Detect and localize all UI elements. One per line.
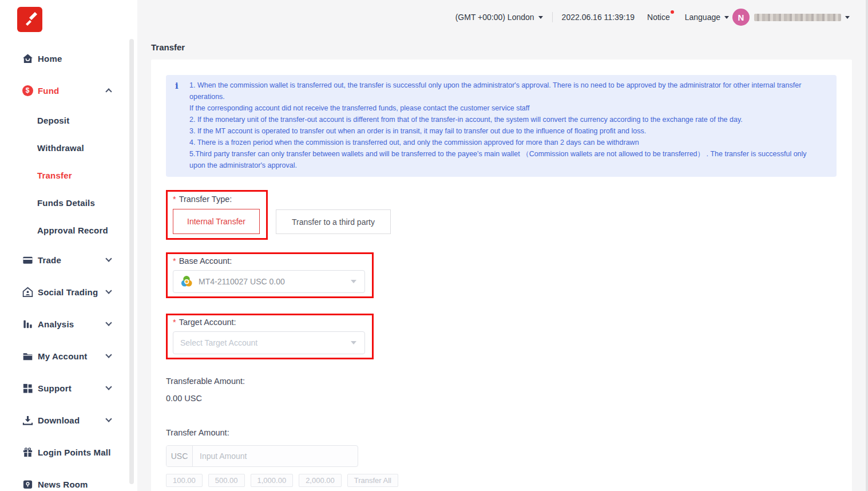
chevron-down-icon <box>105 383 112 390</box>
news-room-icon <box>22 478 33 490</box>
transfer-card: i 1. When the commission wallet is trans… <box>151 60 852 491</box>
sidebar-item-label: Login Points Mall <box>38 448 111 457</box>
sidebar-item-label: Funds Details <box>37 198 95 208</box>
notice-link[interactable]: Notice <box>647 13 670 22</box>
sidebar-item-label: News Room <box>38 480 88 489</box>
app-root: Home $ Fund Deposit Withdrawal Transfer … <box>0 0 868 491</box>
internal-transfer-button[interactable]: Internal Transfer <box>173 209 260 234</box>
datetime-display: 2022.06.16 11:39:19 <box>562 13 635 22</box>
info-line: 4. There is a frozen period when the com… <box>189 137 824 148</box>
chevron-down-icon <box>105 255 112 262</box>
annotation-box-target-account: * Target Account: Select Target Account <box>166 314 374 359</box>
trade-icon <box>22 254 33 266</box>
chevron-down-icon <box>105 287 112 294</box>
quick-amount-button[interactable]: 1,000.00 <box>251 474 294 487</box>
download-icon <box>22 414 33 426</box>
amount-input[interactable] <box>193 446 358 466</box>
transfer-amount-input-group: USC <box>166 445 358 467</box>
sidebar-item-social-trading[interactable]: Social Trading <box>0 276 137 308</box>
notice-label: Notice <box>647 13 670 22</box>
timezone-label: (GMT +00:00) London <box>455 13 534 22</box>
info-box: i 1. When the commission wallet is trans… <box>166 75 837 177</box>
home-icon <box>22 53 33 64</box>
quick-amount-button[interactable]: 2,000.00 <box>299 474 342 487</box>
chevron-up-icon <box>105 88 112 94</box>
sidebar-nav: Home $ Fund Deposit Withdrawal Transfer … <box>0 42 137 491</box>
sidebar-item-transfer[interactable]: Transfer <box>0 161 137 189</box>
quick-amount-button[interactable]: 100.00 <box>166 474 203 487</box>
timezone-selector[interactable]: (GMT +00:00) London <box>455 13 543 22</box>
sidebar-item-trade[interactable]: Trade <box>0 244 137 276</box>
topbar: (GMT +00:00) London 2022.06.16 11:39:19 … <box>137 0 868 34</box>
chevron-down-icon <box>538 16 543 19</box>
sidebar-scrollbar[interactable] <box>129 39 134 484</box>
required-asterisk: * <box>173 195 176 204</box>
sidebar-item-label: Transfer <box>37 171 72 180</box>
sidebar-item-label: Social Trading <box>38 287 98 297</box>
sidebar-item-fund[interactable]: $ Fund <box>0 74 137 106</box>
quick-amount-row: 100.00 500.00 1,000.00 2,000.00 Transfer… <box>166 474 837 487</box>
annotation-box-base-account: * Base Account: MT4-2110027 USC 0.00 <box>166 252 374 298</box>
sidebar-item-login-points-mall[interactable]: Login Points Mall <box>0 436 137 468</box>
sidebar-item-label: Analysis <box>38 319 74 329</box>
required-asterisk: * <box>173 318 176 327</box>
quick-amount-button[interactable]: 500.00 <box>208 474 245 487</box>
mt4-logo-icon <box>180 275 193 288</box>
target-account-placeholder: Select Target Account <box>180 338 257 347</box>
notification-dot <box>671 10 674 14</box>
sidebar-item-label: Fund <box>38 86 59 96</box>
sidebar-item-label: Approval Record <box>37 225 108 235</box>
chevron-down-icon <box>724 16 729 19</box>
transfer-all-button[interactable]: Transfer All <box>347 474 398 487</box>
transfer-amount-label: Transfer Amount: <box>166 428 837 437</box>
brand-logo[interactable] <box>17 7 42 32</box>
chevron-down-icon <box>351 341 356 345</box>
sidebar-item-my-account[interactable]: My Account <box>0 340 137 372</box>
gift-icon <box>22 446 33 458</box>
social-trading-icon <box>22 286 33 298</box>
language-label: Language <box>685 13 720 22</box>
folder-icon <box>22 350 33 362</box>
page-scrollbar[interactable] <box>866 0 868 491</box>
target-account-select[interactable]: Select Target Account <box>173 331 365 354</box>
transferable-amount-label: Transferable Amount: <box>166 377 837 386</box>
sidebar-item-funds-details[interactable]: Funds Details <box>0 189 137 216</box>
sidebar-item-label: Home <box>38 54 62 64</box>
chevron-down-icon <box>845 16 850 19</box>
info-line: 1. When the commission wallet is transfe… <box>189 80 824 114</box>
sidebar-item-label: My Account <box>38 351 87 361</box>
sidebar-item-analysis[interactable]: Analysis <box>0 308 137 340</box>
sidebar-item-label: Withdrawal <box>37 143 84 153</box>
brand-logo-icon <box>21 11 38 28</box>
topbar-divider <box>552 12 553 22</box>
sidebar-item-support[interactable]: Support <box>0 372 137 404</box>
sidebar-item-approval-record[interactable]: Approval Record <box>0 216 137 244</box>
sidebar-item-withdrawal[interactable]: Withdrawal <box>0 134 137 161</box>
base-account-select[interactable]: MT4-2110027 USC 0.00 <box>173 270 365 293</box>
third-party-transfer-button[interactable]: Transfer to a third party <box>276 209 391 234</box>
sidebar-item-label: Trade <box>38 255 61 265</box>
sidebar-item-download[interactable]: Download <box>0 404 137 436</box>
info-line: 2. If the monetary unit of the transfer-… <box>189 114 824 125</box>
transferable-amount-value: 0.00 USC <box>166 394 837 403</box>
language-selector[interactable]: Language <box>685 13 729 22</box>
user-name-redacted <box>754 14 841 21</box>
base-account-value: MT4-2110027 USC 0.00 <box>199 277 285 286</box>
sidebar-item-deposit[interactable]: Deposit <box>0 106 137 134</box>
base-account-label: * Base Account: <box>173 256 365 266</box>
avatar: N <box>732 9 750 26</box>
page-title: Transfer <box>151 42 868 52</box>
main-area: (GMT +00:00) London 2022.06.16 11:39:19 … <box>137 0 868 491</box>
chevron-down-icon <box>105 415 112 422</box>
user-menu[interactable]: N <box>732 9 850 26</box>
sidebar-item-label: Download <box>38 415 80 425</box>
transfer-type-label: * Transfer Type: <box>173 195 260 204</box>
sidebar-item-news-room[interactable]: News Room <box>0 468 137 491</box>
analysis-icon <box>22 318 33 330</box>
target-account-label: * Target Account: <box>173 318 365 327</box>
fund-icon: $ <box>22 85 33 96</box>
chevron-down-icon <box>105 319 112 326</box>
sidebar-item-home[interactable]: Home <box>0 42 137 74</box>
currency-prefix: USC <box>167 446 193 466</box>
info-line: 3. If the MT account is operated to tran… <box>189 125 824 137</box>
